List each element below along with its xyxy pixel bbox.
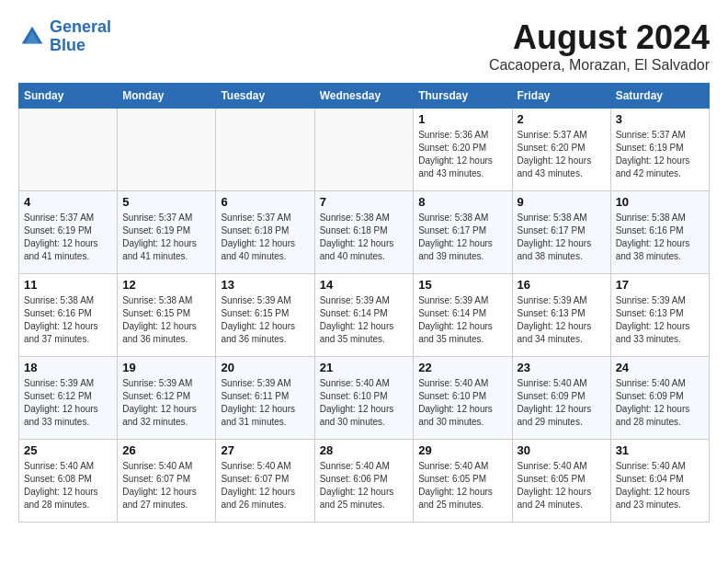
day-info: Sunrise: 5:40 AM Sunset: 6:05 PM Dayligh… xyxy=(418,460,506,511)
day-number: 20 xyxy=(221,361,309,374)
day-number: 1 xyxy=(418,112,506,126)
day-number: 4 xyxy=(24,195,112,209)
calendar-cell: 28Sunrise: 5:40 AM Sunset: 6:06 PM Dayli… xyxy=(314,440,414,523)
day-info: Sunrise: 5:40 AM Sunset: 6:10 PM Dayligh… xyxy=(418,377,506,429)
col-header-saturday: Saturday xyxy=(610,84,709,109)
day-number: 28 xyxy=(320,443,409,457)
logo-text: General Blue xyxy=(50,18,111,55)
calendar-week-4: 18Sunrise: 5:39 AM Sunset: 6:12 PM Dayli… xyxy=(19,357,710,440)
day-number: 3 xyxy=(616,112,704,126)
calendar-cell: 29Sunrise: 5:40 AM Sunset: 6:05 PM Dayli… xyxy=(414,440,512,523)
col-header-sunday: Sunday xyxy=(19,84,118,109)
day-number: 10 xyxy=(616,195,704,209)
day-info: Sunrise: 5:40 AM Sunset: 6:06 PM Dayligh… xyxy=(320,460,409,511)
day-info: Sunrise: 5:40 AM Sunset: 6:09 PM Dayligh… xyxy=(616,377,704,429)
day-info: Sunrise: 5:38 AM Sunset: 6:18 PM Dayligh… xyxy=(320,212,409,263)
calendar-cell xyxy=(314,109,414,191)
day-info: Sunrise: 5:39 AM Sunset: 6:15 PM Dayligh… xyxy=(221,294,309,346)
day-info: Sunrise: 5:40 AM Sunset: 6:07 PM Dayligh… xyxy=(122,460,210,511)
calendar-cell: 17Sunrise: 5:39 AM Sunset: 6:13 PM Dayli… xyxy=(610,274,709,357)
calendar-cell: 30Sunrise: 5:40 AM Sunset: 6:05 PM Dayli… xyxy=(512,440,610,523)
day-number: 11 xyxy=(24,278,112,292)
day-number: 12 xyxy=(122,278,210,292)
calendar-cell: 16Sunrise: 5:39 AM Sunset: 6:13 PM Dayli… xyxy=(512,274,610,357)
day-number: 19 xyxy=(122,361,210,374)
logo-line1: General xyxy=(50,17,111,36)
calendar-week-1: 1Sunrise: 5:36 AM Sunset: 6:20 PM Daylig… xyxy=(19,109,710,191)
day-number: 29 xyxy=(418,443,506,457)
day-info: Sunrise: 5:39 AM Sunset: 6:12 PM Dayligh… xyxy=(122,377,210,429)
calendar-cell: 13Sunrise: 5:39 AM Sunset: 6:15 PM Dayli… xyxy=(216,274,314,357)
calendar-cell: 15Sunrise: 5:39 AM Sunset: 6:14 PM Dayli… xyxy=(414,274,512,357)
calendar-cell: 24Sunrise: 5:40 AM Sunset: 6:09 PM Dayli… xyxy=(610,357,709,440)
main-title: August 2024 xyxy=(489,18,710,57)
day-info: Sunrise: 5:38 AM Sunset: 6:17 PM Dayligh… xyxy=(518,212,606,263)
col-header-friday: Friday xyxy=(512,84,610,109)
day-number: 24 xyxy=(616,361,704,374)
day-info: Sunrise: 5:38 AM Sunset: 6:17 PM Dayligh… xyxy=(418,212,506,263)
calendar-cell: 4Sunrise: 5:37 AM Sunset: 6:19 PM Daylig… xyxy=(19,191,118,274)
calendar-cell: 18Sunrise: 5:39 AM Sunset: 6:12 PM Dayli… xyxy=(19,357,118,440)
day-number: 21 xyxy=(320,361,409,374)
day-info: Sunrise: 5:40 AM Sunset: 6:08 PM Dayligh… xyxy=(24,460,112,511)
calendar-cell: 25Sunrise: 5:40 AM Sunset: 6:08 PM Dayli… xyxy=(19,440,118,523)
logo: General Blue xyxy=(18,18,111,55)
calendar-cell: 14Sunrise: 5:39 AM Sunset: 6:14 PM Dayli… xyxy=(314,274,414,357)
calendar-week-3: 11Sunrise: 5:38 AM Sunset: 6:16 PM Dayli… xyxy=(19,274,710,357)
day-info: Sunrise: 5:39 AM Sunset: 6:11 PM Dayligh… xyxy=(221,377,309,429)
col-header-tuesday: Tuesday xyxy=(216,84,314,109)
day-info: Sunrise: 5:39 AM Sunset: 6:14 PM Dayligh… xyxy=(320,294,409,346)
day-number: 15 xyxy=(418,278,506,292)
day-info: Sunrise: 5:38 AM Sunset: 6:15 PM Dayligh… xyxy=(122,294,210,346)
calendar-cell: 26Sunrise: 5:40 AM Sunset: 6:07 PM Dayli… xyxy=(118,440,216,523)
day-number: 30 xyxy=(518,443,606,457)
day-info: Sunrise: 5:39 AM Sunset: 6:14 PM Dayligh… xyxy=(418,294,506,346)
day-number: 9 xyxy=(518,195,606,209)
calendar-cell: 20Sunrise: 5:39 AM Sunset: 6:11 PM Dayli… xyxy=(216,357,314,440)
calendar-week-5: 25Sunrise: 5:40 AM Sunset: 6:08 PM Dayli… xyxy=(19,440,710,523)
day-info: Sunrise: 5:40 AM Sunset: 6:09 PM Dayligh… xyxy=(518,377,606,429)
calendar-cell: 9Sunrise: 5:38 AM Sunset: 6:17 PM Daylig… xyxy=(512,191,610,274)
col-header-monday: Monday xyxy=(118,84,216,109)
col-header-thursday: Thursday xyxy=(414,84,512,109)
day-info: Sunrise: 5:40 AM Sunset: 6:04 PM Dayligh… xyxy=(616,460,704,511)
day-number: 31 xyxy=(616,443,704,457)
day-info: Sunrise: 5:37 AM Sunset: 6:19 PM Dayligh… xyxy=(24,212,112,263)
day-info: Sunrise: 5:40 AM Sunset: 6:10 PM Dayligh… xyxy=(320,377,409,429)
day-number: 7 xyxy=(320,195,409,209)
calendar-cell: 19Sunrise: 5:39 AM Sunset: 6:12 PM Dayli… xyxy=(118,357,216,440)
calendar-table: SundayMondayTuesdayWednesdayThursdayFrid… xyxy=(18,83,710,523)
logo-icon xyxy=(18,23,46,51)
calendar-cell: 2Sunrise: 5:37 AM Sunset: 6:20 PM Daylig… xyxy=(512,109,610,191)
subtitle: Cacaopera, Morazan, El Salvador xyxy=(489,57,710,74)
day-number: 13 xyxy=(221,278,309,292)
calendar-week-2: 4Sunrise: 5:37 AM Sunset: 6:19 PM Daylig… xyxy=(19,191,710,274)
calendar-cell xyxy=(19,109,118,191)
calendar-cell: 31Sunrise: 5:40 AM Sunset: 6:04 PM Dayli… xyxy=(610,440,709,523)
day-info: Sunrise: 5:37 AM Sunset: 6:20 PM Dayligh… xyxy=(518,129,606,180)
day-number: 5 xyxy=(122,195,210,209)
day-number: 6 xyxy=(221,195,309,209)
calendar-cell: 3Sunrise: 5:37 AM Sunset: 6:19 PM Daylig… xyxy=(610,109,709,191)
calendar-cell: 23Sunrise: 5:40 AM Sunset: 6:09 PM Dayli… xyxy=(512,357,610,440)
day-info: Sunrise: 5:39 AM Sunset: 6:13 PM Dayligh… xyxy=(616,294,704,346)
day-number: 18 xyxy=(24,361,112,374)
calendar-cell: 6Sunrise: 5:37 AM Sunset: 6:18 PM Daylig… xyxy=(216,191,314,274)
day-number: 22 xyxy=(418,361,506,374)
day-number: 14 xyxy=(320,278,409,292)
calendar-cell: 12Sunrise: 5:38 AM Sunset: 6:15 PM Dayli… xyxy=(118,274,216,357)
calendar-cell: 11Sunrise: 5:38 AM Sunset: 6:16 PM Dayli… xyxy=(19,274,118,357)
day-number: 23 xyxy=(518,361,606,374)
calendar-cell: 5Sunrise: 5:37 AM Sunset: 6:19 PM Daylig… xyxy=(118,191,216,274)
day-number: 17 xyxy=(616,278,704,292)
calendar-cell: 21Sunrise: 5:40 AM Sunset: 6:10 PM Dayli… xyxy=(314,357,414,440)
page-header: General Blue August 2024 Cacaopera, Mora… xyxy=(18,18,710,74)
calendar-cell: 22Sunrise: 5:40 AM Sunset: 6:10 PM Dayli… xyxy=(414,357,512,440)
day-info: Sunrise: 5:40 AM Sunset: 6:07 PM Dayligh… xyxy=(221,460,309,511)
day-number: 8 xyxy=(418,195,506,209)
calendar-header-row: SundayMondayTuesdayWednesdayThursdayFrid… xyxy=(19,84,710,109)
day-number: 25 xyxy=(24,443,112,457)
calendar-cell: 10Sunrise: 5:38 AM Sunset: 6:16 PM Dayli… xyxy=(610,191,709,274)
logo-line2: Blue xyxy=(50,36,85,54)
day-info: Sunrise: 5:37 AM Sunset: 6:18 PM Dayligh… xyxy=(221,212,309,263)
